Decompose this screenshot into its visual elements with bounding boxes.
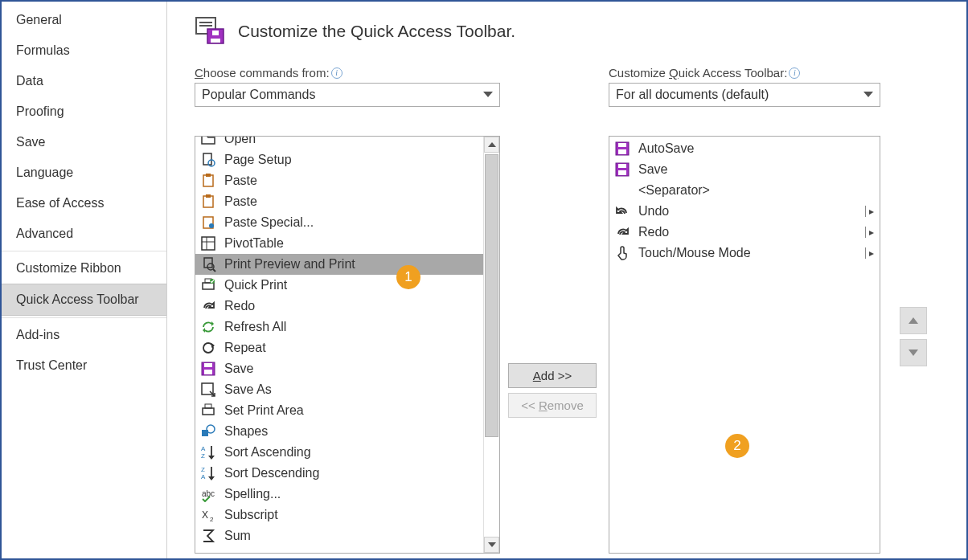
- command-label: Redo: [224, 299, 483, 313]
- command-label: Sort Descending: [224, 466, 494, 480]
- sidebar-item-customize-ribbon[interactable]: Customize Ribbon: [2, 253, 166, 284]
- command-item[interactable]: Refresh All: [195, 317, 499, 337]
- sidebar-item-trust-center[interactable]: Trust Center: [2, 350, 166, 381]
- command-item[interactable]: Print Preview and Print: [195, 254, 499, 275]
- scroll-thumb[interactable]: [485, 154, 498, 437]
- save-as-icon: [199, 381, 218, 399]
- current-qat-list[interactable]: AutoSaveSave<Separator>Undo▸Redo▸Touch/M…: [609, 136, 880, 554]
- submenu-indicator-icon: ▸: [863, 227, 875, 238]
- svg-marker-47: [488, 142, 496, 147]
- submenu-indicator-icon: ▸: [863, 247, 875, 259]
- move-up-button[interactable]: [900, 307, 927, 334]
- save-icon: [613, 161, 632, 178]
- scroll-down-button[interactable]: [484, 537, 499, 553]
- command-label: Repeat: [224, 341, 494, 355]
- open-icon: [199, 136, 218, 148]
- command-item[interactable]: Touch/Mouse Mode▸: [609, 243, 880, 264]
- scrollbar[interactable]: [483, 137, 499, 553]
- command-item[interactable]: Sum: [195, 525, 499, 546]
- command-item[interactable]: Open: [195, 136, 499, 149]
- command-item[interactable]: Paste: [195, 170, 499, 191]
- svg-marker-25: [203, 328, 205, 333]
- command-item[interactable]: Set Print Area: [195, 400, 499, 421]
- command-label: Sum: [224, 529, 494, 543]
- paste-special-icon: [199, 214, 218, 231]
- command-item[interactable]: Undo▸: [609, 201, 880, 222]
- command-label: <Separator>: [638, 183, 875, 198]
- svg-text:Z: Z: [201, 466, 205, 473]
- available-commands-list[interactable]: OpenPage SetupPastePaste▸Paste Special..…: [195, 136, 500, 554]
- command-label: Save As: [224, 382, 494, 397]
- command-item[interactable]: Save As: [195, 379, 499, 400]
- command-item[interactable]: Paste▸: [195, 191, 499, 212]
- command-item[interactable]: Save: [609, 159, 880, 180]
- sidebar-item-save[interactable]: Save: [2, 127, 166, 157]
- command-item[interactable]: Redo▸: [195, 296, 499, 317]
- svg-marker-56: [909, 317, 918, 324]
- command-item[interactable]: Shapes▸: [195, 421, 499, 442]
- sidebar-item-ease-of-access[interactable]: Ease of Access: [2, 188, 166, 219]
- command-item[interactable]: Paste Special...: [195, 212, 499, 233]
- sum-icon: [199, 527, 218, 545]
- subscript-icon: X2: [199, 506, 218, 524]
- command-item[interactable]: <Separator>: [609, 180, 880, 201]
- svg-rect-4: [212, 31, 219, 35]
- sidebar-item-advanced[interactable]: Advanced: [2, 219, 166, 249]
- command-label: Save: [638, 162, 875, 177]
- scroll-up-button[interactable]: [484, 137, 499, 153]
- sidebar-item-formulas[interactable]: Formulas: [2, 35, 166, 66]
- sidebar-item-data[interactable]: Data: [2, 66, 166, 96]
- pivot-icon: [199, 235, 218, 252]
- move-down-button[interactable]: [900, 339, 927, 366]
- svg-rect-12: [206, 194, 211, 198]
- sidebar-item-quick-access-toolbar[interactable]: Quick Access Toolbar: [2, 284, 166, 316]
- command-item[interactable]: Quick Print: [195, 275, 499, 296]
- command-item[interactable]: Redo▸: [609, 222, 880, 243]
- command-item[interactable]: Page Setup: [195, 149, 499, 170]
- svg-text:A: A: [201, 473, 206, 480]
- command-label: Undo: [638, 204, 863, 219]
- svg-marker-6: [483, 92, 493, 97]
- command-item[interactable]: AutoSave: [609, 138, 880, 159]
- paste-menu-icon: [199, 193, 218, 211]
- command-label: Print Preview and Print: [224, 257, 494, 272]
- command-label: Sort Ascending: [224, 445, 494, 460]
- autosave-icon: [613, 140, 632, 157]
- redo-icon: [199, 297, 218, 315]
- customize-qat-select[interactable]: For all documents (default): [609, 83, 880, 107]
- sidebar-item-add-ins[interactable]: Add-ins: [2, 320, 166, 350]
- callout-2: 2: [725, 434, 749, 458]
- command-item[interactable]: Save: [195, 358, 499, 379]
- command-label: PivotTable: [224, 236, 494, 251]
- choose-commands-select[interactable]: Popular Commands: [195, 83, 500, 107]
- command-label: Open: [224, 136, 494, 146]
- command-item[interactable]: ZASort Descending: [195, 463, 499, 484]
- redo-icon: [613, 223, 632, 241]
- customize-qat-value: For all documents (default): [616, 88, 769, 102]
- command-item[interactable]: abcSpelling...: [195, 484, 499, 505]
- refresh-icon: [199, 318, 218, 336]
- svg-rect-29: [204, 363, 212, 367]
- sort-asc-icon: AZ: [199, 444, 218, 461]
- info-icon[interactable]: i: [331, 67, 342, 79]
- svg-text:abc: abc: [202, 489, 215, 498]
- sidebar-item-proofing[interactable]: Proofing: [2, 96, 166, 127]
- command-item[interactable]: AZSort Ascending: [195, 442, 499, 463]
- command-label: Subscript: [224, 508, 494, 522]
- print-area-icon: [199, 402, 218, 419]
- command-item[interactable]: X2Subscript: [195, 505, 499, 525]
- command-item[interactable]: PivotTable: [195, 233, 499, 254]
- sidebar-item-language[interactable]: Language: [2, 157, 166, 188]
- svg-rect-9: [203, 175, 213, 186]
- callout-1: 1: [396, 265, 420, 289]
- svg-rect-51: [618, 143, 626, 147]
- remove-button[interactable]: << Remove: [508, 393, 597, 418]
- page-setup-icon: [199, 151, 218, 169]
- command-label: Touch/Mouse Mode: [638, 246, 863, 260]
- command-label: Paste: [224, 174, 494, 188]
- info-icon[interactable]: i: [789, 67, 800, 79]
- add-button[interactable]: Add >>: [508, 363, 597, 388]
- page-title: Customize the Quick Access Toolbar.: [238, 22, 515, 41]
- sidebar-item-general[interactable]: General: [2, 5, 166, 35]
- command-item[interactable]: Repeat: [195, 337, 499, 358]
